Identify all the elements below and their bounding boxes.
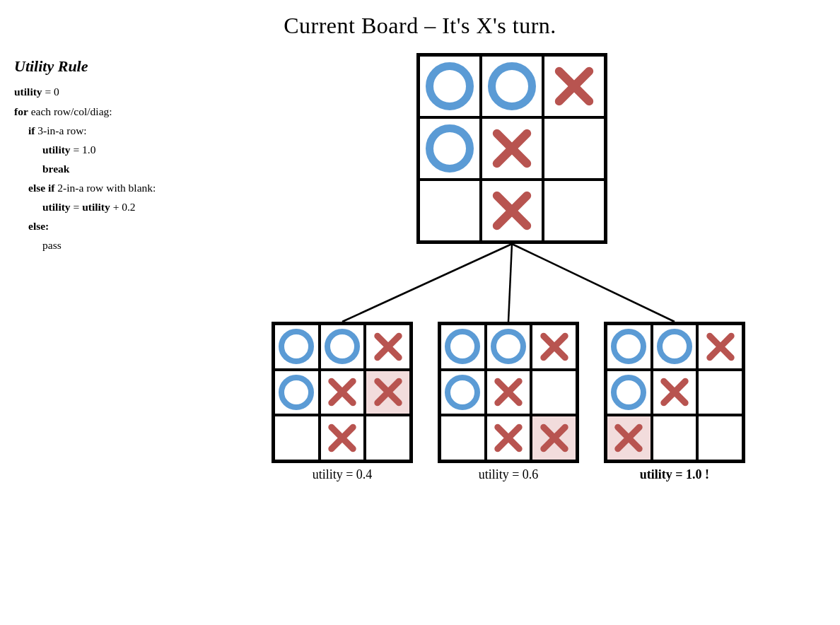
cell-1 — [320, 324, 366, 370]
cell-4 — [320, 370, 366, 416]
utility-label-2: utility = 1.0 ! — [604, 467, 745, 482]
cell-7 — [486, 415, 532, 461]
cell-5 — [531, 370, 577, 416]
cell-8 — [365, 415, 411, 461]
o-piece — [426, 62, 474, 110]
cell-7 — [320, 415, 366, 461]
o-piece — [325, 329, 360, 364]
cell-3 — [274, 370, 320, 416]
x-piece — [610, 420, 647, 457]
cell-1 — [481, 55, 543, 117]
cell-6 — [274, 415, 320, 461]
o-piece — [611, 375, 646, 410]
x-piece — [486, 185, 537, 236]
x-piece — [370, 374, 407, 411]
cell-5 — [365, 370, 411, 416]
x-piece — [486, 123, 537, 174]
cell-2 — [697, 324, 743, 370]
cell-2 — [531, 324, 577, 370]
tree-area: utility = 0.4 utility = 0.6 utility = 1.… — [184, 46, 840, 621]
x-piece — [536, 420, 573, 457]
bottom-mid-container: utility = 0.6 — [438, 322, 579, 482]
cell-2 — [365, 324, 411, 370]
bottom-right-container: utility = 1.0 ! — [604, 322, 745, 482]
utility-rule-panel: Utility Rule utility = 0for each row/col… — [0, 46, 184, 621]
bottom-left-container: utility = 0.4 — [272, 322, 413, 482]
cell-3 — [440, 370, 486, 416]
o-piece — [279, 329, 314, 364]
bottom-board-1 — [438, 322, 579, 463]
top-board-container — [416, 53, 607, 244]
cell-4 — [652, 370, 698, 416]
cell-4 — [481, 117, 543, 180]
cell-6 — [419, 180, 481, 242]
utility-label-1: utility = 0.6 — [438, 467, 579, 482]
x-piece — [549, 61, 600, 112]
bottom-board-0 — [272, 322, 413, 463]
utility-rule-title: Utility Rule — [14, 53, 177, 79]
cell-1 — [652, 324, 698, 370]
o-piece — [445, 329, 480, 364]
bottom-board-2 — [604, 322, 745, 463]
top-board — [416, 53, 607, 244]
cell-2 — [543, 55, 605, 117]
cell-8 — [543, 180, 605, 242]
utility-label-0: utility = 0.4 — [272, 467, 413, 482]
o-piece — [445, 375, 480, 410]
svg-line-1 — [508, 244, 512, 322]
cell-6 — [606, 415, 652, 461]
x-piece — [370, 328, 407, 365]
x-piece — [324, 420, 361, 457]
o-piece — [279, 375, 314, 410]
x-piece — [656, 374, 693, 411]
svg-line-2 — [512, 244, 675, 322]
cell-4 — [486, 370, 532, 416]
x-piece — [490, 420, 527, 457]
cell-6 — [440, 415, 486, 461]
page-container: Current Board – It's X's turn. Utility R… — [0, 0, 840, 625]
svg-line-0 — [342, 244, 512, 322]
cell-5 — [543, 117, 605, 180]
cell-7 — [652, 415, 698, 461]
x-piece — [490, 374, 527, 411]
rule-lines: utility = 0for each row/col/diag:if 3-in… — [14, 82, 177, 255]
o-piece — [611, 329, 646, 364]
cell-7 — [481, 180, 543, 242]
main-area: Utility Rule utility = 0for each row/col… — [0, 46, 840, 621]
x-piece — [536, 328, 573, 365]
cell-0 — [440, 324, 486, 370]
cell-5 — [697, 370, 743, 416]
cell-3 — [606, 370, 652, 416]
page-title: Current Board – It's X's turn. — [0, 0, 840, 39]
cell-3 — [419, 117, 481, 180]
cell-0 — [274, 324, 320, 370]
o-piece — [426, 124, 474, 173]
cell-8 — [697, 415, 743, 461]
o-piece — [488, 62, 536, 110]
x-piece — [324, 374, 361, 411]
x-piece — [702, 328, 739, 365]
cell-8 — [531, 415, 577, 461]
cell-0 — [419, 55, 481, 117]
o-piece — [491, 329, 526, 364]
cell-0 — [606, 324, 652, 370]
o-piece — [657, 329, 692, 364]
tree-wrapper: utility = 0.4 utility = 0.6 utility = 1.… — [257, 46, 766, 527]
cell-1 — [486, 324, 532, 370]
